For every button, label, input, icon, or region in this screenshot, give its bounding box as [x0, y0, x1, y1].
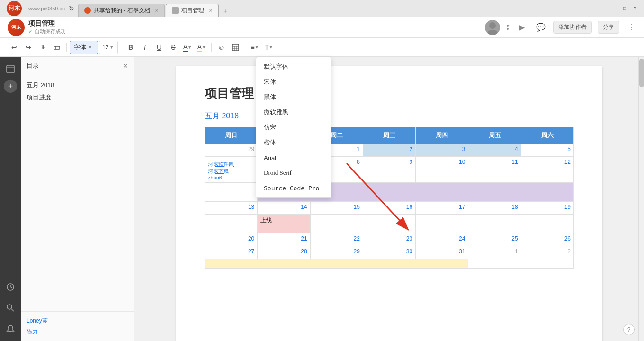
play-icon[interactable]: ▶ [515, 21, 528, 34]
table-button[interactable] [229, 41, 242, 54]
tab-close-1[interactable]: ✕ [155, 8, 159, 13]
font-option-fangsong[interactable]: 仿宋 [256, 120, 331, 135]
watermark-text: www.pc0359.cn [28, 6, 65, 11]
toc-title: 目录 [27, 62, 39, 70]
cell-may19: 19 [521, 202, 573, 215]
font-option-droid-serif[interactable]: Droid Serif [256, 165, 331, 180]
add-icon[interactable]: + [4, 80, 17, 93]
font-option-arial[interactable]: Arial [256, 150, 331, 165]
search-icon[interactable] [2, 299, 19, 316]
new-tab-button[interactable]: + [220, 6, 231, 17]
bold-button[interactable]: B [124, 41, 137, 54]
size-chevron-icon: ▼ [109, 45, 114, 50]
font-option-songti[interactable]: 宋体 [256, 74, 331, 90]
font-option-heiti[interactable]: 黑体 [256, 90, 331, 105]
doc-title: 项目管理 [28, 19, 66, 28]
cell-jun2: 2 [521, 246, 573, 259]
col-saturday: 周六 [521, 127, 573, 144]
cell-may31: 31 [416, 246, 468, 259]
cell-may6: 河东软件园 河东下载 zhan6 [205, 157, 258, 183]
svg-rect-2 [54, 46, 60, 49]
notification-icon[interactable] [2, 320, 19, 337]
font-color-chevron: ▼ [188, 45, 192, 50]
home-icon[interactable] [2, 61, 19, 78]
toc-close-button[interactable]: ✕ [123, 62, 128, 70]
cell-event2-fri [468, 215, 521, 233]
eraser-button[interactable] [50, 41, 63, 54]
font-size-dropdown[interactable]: 12 ▼ [99, 41, 118, 54]
calendar-week-3: 13 14 15 16 17 18 19 [205, 202, 574, 215]
svg-rect-9 [7, 65, 14, 73]
font-option-source-code-pro[interactable]: Source Code Pro [256, 180, 331, 196]
river-east-link[interactable]: 河东软件园 [208, 161, 254, 168]
font-family-dropdown[interactable]: 字体 ▼ [70, 41, 98, 54]
emoji-button[interactable]: ☺ [215, 41, 228, 54]
col-sunday: 周日 [205, 127, 258, 144]
download-link[interactable]: 河东下载 [208, 168, 254, 175]
cell-may28: 28 [258, 246, 310, 259]
font-option-kaiti[interactable]: 楷体 [256, 135, 331, 150]
highlight-button[interactable]: A ▼ [195, 41, 208, 54]
cell-may29: 29 [310, 246, 363, 259]
cell-event2-sat [521, 215, 573, 233]
close-button[interactable]: ✕ [632, 5, 638, 12]
maximize-button[interactable]: □ [621, 5, 628, 12]
cell-may30: 30 [363, 246, 415, 259]
tab-doc-icon [172, 7, 179, 14]
chat-icon[interactable]: 💬 [534, 21, 547, 34]
toc-item-progress[interactable]: 项目进度 [21, 91, 134, 104]
content-area[interactable]: 项目管理 五月 2018 周日 周一 周二 周三 周四 周五 周六 [134, 57, 644, 341]
align-button[interactable]: ≡ ▼ [248, 41, 261, 54]
more-icon[interactable]: ⋮ [625, 21, 638, 34]
cell-may3: 3 [416, 144, 468, 157]
calendar-week-5: 27 28 29 30 31 1 2 [205, 246, 574, 259]
font-option-default[interactable]: 默认字体 [256, 59, 331, 74]
history-icon[interactable] [2, 278, 19, 296]
cell-may27: 27 [205, 246, 258, 259]
chevron-down-icon: ▼ [88, 45, 92, 50]
share-button[interactable]: 分享 [598, 21, 619, 34]
collab-name-chen[interactable]: 陈力 [27, 328, 38, 336]
italic-button[interactable]: I [138, 41, 152, 54]
font-color-button[interactable]: A ▼ [181, 41, 194, 54]
redo-button[interactable]: ↪ [22, 41, 35, 54]
underline-button[interactable]: U [152, 41, 166, 54]
tab-project-mgmt[interactable]: 项目管理 ✕ [166, 4, 219, 17]
status-check-icon: ✓ [28, 28, 33, 35]
scrollbar-thumb[interactable] [639, 59, 644, 87]
strikethrough-button[interactable]: S [167, 41, 180, 54]
reload-button[interactable]: ↻ [69, 5, 74, 12]
document-page: 项目管理 五月 2018 周日 周一 周二 周三 周四 周五 周六 [176, 66, 602, 341]
toc-item-may2018[interactable]: 五月 2018 [21, 79, 134, 91]
font-family-menu: 默认字体 宋体 黑体 微软雅黑 仿宋 楷体 Arial Droid Serif … [256, 57, 331, 198]
format-button[interactable]: 𝐓̶ [36, 41, 49, 54]
cell-may5: 5 [521, 144, 573, 157]
cell-may23: 23 [363, 233, 415, 246]
undo-button[interactable]: ↩ [8, 41, 21, 54]
cell-event-row-sun [205, 183, 258, 202]
zhan6-link[interactable]: zhan6 [208, 175, 254, 180]
font-option-msyh[interactable]: 微软雅黑 [256, 105, 331, 120]
app-logo-area: 河东 [0, 0, 28, 17]
cell-may24: 24 [416, 233, 468, 246]
cell-may25: 25 [468, 233, 521, 246]
tab-shared-docs[interactable]: 共享给我的 - 石墨文档 ✕ [78, 4, 165, 17]
more-format-button[interactable]: T ▼ [262, 41, 276, 54]
help-button[interactable]: ? [623, 324, 635, 335]
col-friday: 周五 [468, 127, 521, 144]
separator-3 [211, 43, 212, 52]
tab-close-2[interactable]: ✕ [209, 8, 213, 13]
collab-name-loney[interactable]: Loney苏 [27, 317, 48, 325]
app-header: 河东 项目管理 ✓ 自动保存成功 ▶ 💬 添加协作者 分享 ⋮ [0, 17, 644, 38]
tabs-area: 共享给我的 - 石墨文档 ✕ 项目管理 ✕ + [78, 0, 611, 17]
highlight-chevron: ▼ [202, 45, 206, 50]
calendar-week-4: 20 21 22 23 24 25 26 [205, 233, 574, 246]
more-chevron: ▼ [269, 45, 273, 50]
col-thursday: 周四 [416, 127, 468, 144]
add-collaborator-button[interactable]: 添加协作者 [553, 21, 592, 34]
collaborator-chen: 陈力 [27, 326, 128, 337]
scrollbar[interactable] [638, 57, 644, 341]
minimize-button[interactable]: — [611, 5, 617, 12]
svg-point-12 [7, 305, 12, 309]
col-wednesday: 周三 [363, 127, 415, 144]
